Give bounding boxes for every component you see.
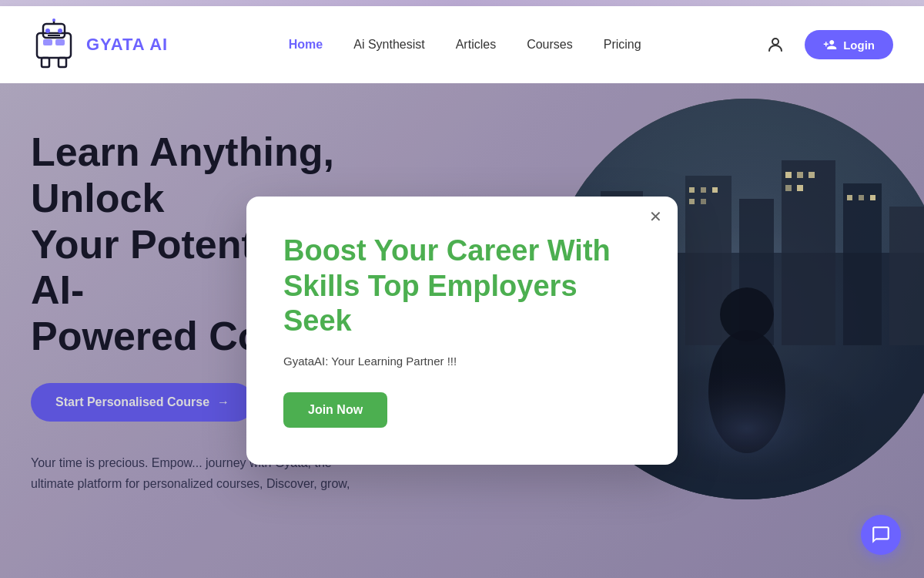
nav-link-pricing[interactable]: Pricing xyxy=(604,38,641,52)
svg-point-3 xyxy=(52,18,55,22)
hero-section: Learn Anything,UnlockYour Potential with… xyxy=(0,83,924,578)
nav-right: Login xyxy=(762,30,893,59)
person-add-icon xyxy=(823,38,837,52)
chat-bubble-button[interactable] xyxy=(861,515,901,555)
top-accent-bar xyxy=(0,0,924,6)
join-now-button[interactable]: Join Now xyxy=(283,392,387,428)
logo: GYATA AI xyxy=(31,18,168,72)
navbar: GYATA AI Home Ai Synthesist Articles Cou… xyxy=(0,6,924,83)
modal-overlay: ✕ Boost Your Career WithSkills Top Emplo… xyxy=(0,83,924,578)
chat-icon xyxy=(871,525,891,545)
nav-link-home[interactable]: Home xyxy=(289,38,323,52)
modal-title: Boost Your Career WithSkills Top Employe… xyxy=(283,234,641,339)
nav-links: Home Ai Synthesist Articles Courses Pric… xyxy=(289,38,641,52)
logo-text: GYATA AI xyxy=(86,35,168,55)
nav-link-courses[interactable]: Courses xyxy=(527,38,573,52)
svg-rect-9 xyxy=(42,58,49,67)
svg-rect-8 xyxy=(55,39,65,45)
modal-subtitle: GyataAI: Your Learning Partner !!! xyxy=(283,355,641,368)
logo-icon xyxy=(31,18,77,72)
svg-point-4 xyxy=(45,29,50,33)
nav-link-ai-synthesist[interactable]: Ai Synthesist xyxy=(353,38,424,52)
user-icon xyxy=(766,35,785,54)
svg-rect-10 xyxy=(59,58,66,67)
svg-point-11 xyxy=(772,39,778,45)
nav-link-articles[interactable]: Articles xyxy=(456,38,496,52)
svg-point-5 xyxy=(58,29,62,33)
modal-close-button[interactable]: ✕ xyxy=(649,209,662,224)
modal-dialog: ✕ Boost Your Career WithSkills Top Emplo… xyxy=(246,197,678,465)
svg-rect-7 xyxy=(43,39,52,45)
login-button[interactable]: Login xyxy=(805,30,893,59)
user-icon-button[interactable] xyxy=(762,31,789,59)
